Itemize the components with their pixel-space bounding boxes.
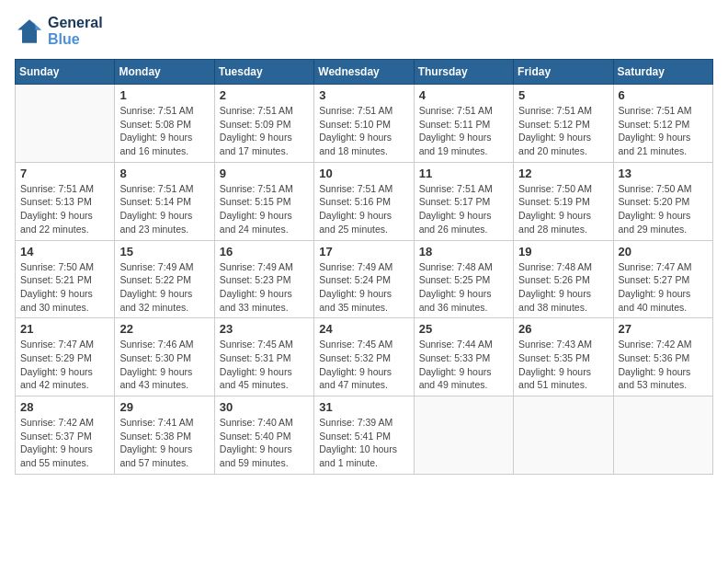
column-header-monday: Monday [115, 60, 214, 85]
day-info: Sunrise: 7:51 AM Sunset: 5:11 PM Dayligh… [419, 104, 508, 158]
day-number: 24 [319, 322, 408, 336]
calendar-cell: 24Sunrise: 7:45 AM Sunset: 5:32 PM Dayli… [314, 318, 414, 396]
calendar-cell: 10Sunrise: 7:51 AM Sunset: 5:16 PM Dayli… [314, 162, 414, 240]
calendar-header-row: SundayMondayTuesdayWednesdayThursdayFrid… [16, 60, 713, 85]
day-info: Sunrise: 7:45 AM Sunset: 5:32 PM Dayligh… [319, 338, 408, 392]
calendar-cell: 31Sunrise: 7:39 AM Sunset: 5:41 PM Dayli… [314, 396, 414, 475]
calendar-cell: 9Sunrise: 7:51 AM Sunset: 5:15 PM Daylig… [214, 162, 313, 240]
calendar-cell: 22Sunrise: 7:46 AM Sunset: 5:30 PM Dayli… [115, 318, 214, 396]
day-info: Sunrise: 7:51 AM Sunset: 5:12 PM Dayligh… [518, 104, 608, 158]
calendar-week-1: 1Sunrise: 7:51 AM Sunset: 5:08 PM Daylig… [16, 85, 713, 163]
day-number: 4 [419, 88, 508, 102]
calendar-cell: 7Sunrise: 7:51 AM Sunset: 5:13 PM Daylig… [16, 162, 115, 240]
day-number: 18 [419, 245, 508, 259]
calendar-cell: 11Sunrise: 7:51 AM Sunset: 5:17 PM Dayli… [414, 162, 513, 240]
column-header-tuesday: Tuesday [214, 60, 313, 85]
calendar-cell: 13Sunrise: 7:50 AM Sunset: 5:20 PM Dayli… [613, 162, 712, 240]
day-number: 22 [119, 322, 209, 336]
day-info: Sunrise: 7:51 AM Sunset: 5:16 PM Dayligh… [319, 182, 408, 236]
calendar-week-5: 28Sunrise: 7:42 AM Sunset: 5:37 PM Dayli… [16, 396, 713, 475]
day-number: 23 [220, 322, 309, 336]
day-info: Sunrise: 7:46 AM Sunset: 5:30 PM Dayligh… [119, 338, 209, 392]
day-info: Sunrise: 7:47 AM Sunset: 5:27 PM Dayligh… [619, 260, 708, 315]
day-info: Sunrise: 7:41 AM Sunset: 5:38 PM Dayligh… [119, 416, 209, 470]
calendar-cell: 12Sunrise: 7:50 AM Sunset: 5:19 PM Dayli… [514, 162, 613, 240]
calendar-cell [613, 396, 712, 475]
calendar-week-4: 21Sunrise: 7:47 AM Sunset: 5:29 PM Dayli… [16, 318, 713, 396]
day-info: Sunrise: 7:51 AM Sunset: 5:17 PM Dayligh… [419, 182, 508, 236]
day-number: 7 [20, 167, 109, 180]
day-number: 16 [220, 245, 309, 259]
day-number: 11 [419, 167, 508, 180]
day-info: Sunrise: 7:49 AM Sunset: 5:23 PM Dayligh… [220, 260, 309, 315]
calendar-cell: 3Sunrise: 7:51 AM Sunset: 5:10 PM Daylig… [314, 85, 414, 163]
day-info: Sunrise: 7:51 AM Sunset: 5:12 PM Dayligh… [619, 104, 708, 158]
day-number: 25 [419, 322, 508, 336]
calendar-cell: 25Sunrise: 7:44 AM Sunset: 5:33 PM Dayli… [414, 318, 513, 396]
column-header-saturday: Saturday [613, 60, 712, 85]
day-info: Sunrise: 7:42 AM Sunset: 5:36 PM Dayligh… [619, 338, 708, 392]
day-number: 27 [619, 322, 708, 336]
day-number: 8 [119, 167, 209, 180]
column-header-thursday: Thursday [414, 60, 513, 85]
day-info: Sunrise: 7:44 AM Sunset: 5:33 PM Dayligh… [419, 338, 508, 392]
day-number: 3 [319, 88, 408, 102]
day-number: 6 [619, 88, 708, 102]
page-header: General Blue [15, 15, 713, 48]
day-info: Sunrise: 7:50 AM Sunset: 5:19 PM Dayligh… [518, 182, 608, 236]
calendar-cell: 16Sunrise: 7:49 AM Sunset: 5:23 PM Dayli… [214, 240, 313, 318]
calendar-cell: 15Sunrise: 7:49 AM Sunset: 5:22 PM Dayli… [115, 240, 214, 318]
day-number: 28 [20, 400, 109, 414]
day-number: 17 [319, 245, 408, 259]
calendar-cell: 2Sunrise: 7:51 AM Sunset: 5:09 PM Daylig… [214, 85, 313, 163]
calendar-cell: 5Sunrise: 7:51 AM Sunset: 5:12 PM Daylig… [514, 85, 613, 163]
day-info: Sunrise: 7:50 AM Sunset: 5:20 PM Dayligh… [619, 182, 708, 236]
day-number: 29 [119, 400, 209, 414]
calendar-cell: 6Sunrise: 7:51 AM Sunset: 5:12 PM Daylig… [613, 85, 712, 163]
calendar-cell: 14Sunrise: 7:50 AM Sunset: 5:21 PM Dayli… [16, 240, 115, 318]
calendar-cell: 28Sunrise: 7:42 AM Sunset: 5:37 PM Dayli… [16, 396, 115, 475]
logo-text: General Blue [48, 15, 103, 48]
calendar-cell: 30Sunrise: 7:40 AM Sunset: 5:40 PM Dayli… [214, 396, 313, 475]
calendar-table: SundayMondayTuesdayWednesdayThursdayFrid… [15, 59, 713, 475]
day-number: 26 [518, 322, 608, 336]
calendar-cell: 27Sunrise: 7:42 AM Sunset: 5:36 PM Dayli… [613, 318, 712, 396]
calendar-week-2: 7Sunrise: 7:51 AM Sunset: 5:13 PM Daylig… [16, 162, 713, 240]
day-number: 21 [20, 322, 109, 336]
day-info: Sunrise: 7:51 AM Sunset: 5:14 PM Dayligh… [119, 182, 209, 236]
day-number: 12 [518, 167, 608, 180]
day-number: 31 [319, 400, 408, 414]
day-number: 2 [220, 88, 309, 102]
day-number: 20 [619, 245, 708, 259]
logo-icon [15, 17, 44, 46]
calendar-cell: 29Sunrise: 7:41 AM Sunset: 5:38 PM Dayli… [115, 396, 214, 475]
column-header-sunday: Sunday [16, 60, 115, 85]
day-info: Sunrise: 7:48 AM Sunset: 5:25 PM Dayligh… [419, 260, 508, 315]
day-info: Sunrise: 7:39 AM Sunset: 5:41 PM Dayligh… [319, 416, 408, 470]
calendar-cell: 4Sunrise: 7:51 AM Sunset: 5:11 PM Daylig… [414, 85, 513, 163]
day-info: Sunrise: 7:51 AM Sunset: 5:10 PM Dayligh… [319, 104, 408, 158]
day-info: Sunrise: 7:51 AM Sunset: 5:08 PM Dayligh… [119, 104, 209, 158]
day-info: Sunrise: 7:50 AM Sunset: 5:21 PM Dayligh… [20, 260, 109, 315]
calendar-cell [414, 396, 513, 475]
day-info: Sunrise: 7:49 AM Sunset: 5:24 PM Dayligh… [319, 260, 408, 315]
day-info: Sunrise: 7:42 AM Sunset: 5:37 PM Dayligh… [20, 416, 109, 470]
calendar-cell: 19Sunrise: 7:48 AM Sunset: 5:26 PM Dayli… [514, 240, 613, 318]
day-info: Sunrise: 7:43 AM Sunset: 5:35 PM Dayligh… [518, 338, 608, 392]
logo: General Blue [15, 15, 103, 48]
day-info: Sunrise: 7:48 AM Sunset: 5:26 PM Dayligh… [518, 260, 608, 315]
calendar-cell: 1Sunrise: 7:51 AM Sunset: 5:08 PM Daylig… [115, 85, 214, 163]
day-number: 9 [220, 167, 309, 180]
day-info: Sunrise: 7:51 AM Sunset: 5:13 PM Dayligh… [20, 182, 109, 236]
day-number: 19 [518, 245, 608, 259]
calendar-cell: 17Sunrise: 7:49 AM Sunset: 5:24 PM Dayli… [314, 240, 414, 318]
day-number: 30 [220, 400, 309, 414]
day-info: Sunrise: 7:45 AM Sunset: 5:31 PM Dayligh… [220, 338, 309, 392]
day-info: Sunrise: 7:51 AM Sunset: 5:09 PM Dayligh… [220, 104, 309, 158]
day-number: 14 [20, 245, 109, 259]
calendar-cell: 20Sunrise: 7:47 AM Sunset: 5:27 PM Dayli… [613, 240, 712, 318]
calendar-week-3: 14Sunrise: 7:50 AM Sunset: 5:21 PM Dayli… [16, 240, 713, 318]
calendar-cell: 8Sunrise: 7:51 AM Sunset: 5:14 PM Daylig… [115, 162, 214, 240]
day-number: 10 [319, 167, 408, 180]
day-info: Sunrise: 7:40 AM Sunset: 5:40 PM Dayligh… [220, 416, 309, 470]
